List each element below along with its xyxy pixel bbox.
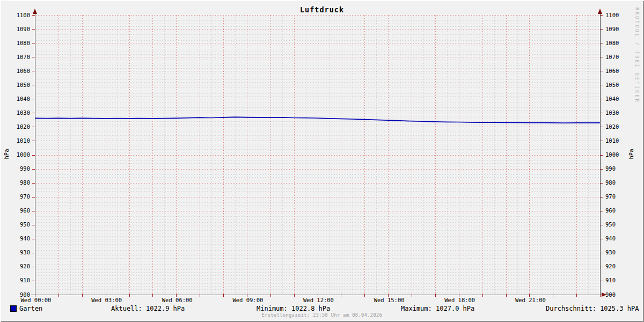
y-tick-label-left: 980 bbox=[20, 179, 30, 186]
x-tick-label: Wed 12:00 bbox=[303, 297, 334, 303]
y-tick-label-right: 960 bbox=[605, 207, 616, 214]
y-tick-label-right: 950 bbox=[605, 221, 616, 228]
y-tick-label-left: 1100 bbox=[17, 12, 30, 18]
y-tick-label-left: 1090 bbox=[17, 26, 30, 32]
y-tick-label-left: 910 bbox=[20, 277, 30, 283]
x-tick-label: Wed 09:00 bbox=[232, 297, 263, 303]
y-tick-label-left: 940 bbox=[20, 235, 30, 241]
y-axis-unit-left: hPa bbox=[3, 147, 10, 162]
y-tick-label-left: 1010 bbox=[17, 137, 30, 144]
y-tick-label-right: 910 bbox=[605, 277, 616, 283]
y-tick-label-left: 1000 bbox=[17, 151, 30, 158]
y-tick-label-left: 930 bbox=[20, 249, 30, 255]
legend-swatch-icon bbox=[10, 305, 17, 312]
y-tick-label-right: 920 bbox=[605, 263, 616, 269]
y-tick-label-left: 990 bbox=[20, 165, 30, 172]
y-tick-label-right: 1000 bbox=[605, 151, 619, 158]
y-tick-label-left: 970 bbox=[20, 193, 30, 200]
series-line bbox=[35, 117, 600, 123]
y-tick-label-left: 1080 bbox=[17, 40, 30, 46]
y-tick-label-right: 990 bbox=[605, 165, 616, 172]
rrdtool-graph: Luftdruck 900900910910920920930930940940… bbox=[0, 0, 644, 322]
y-tick-label-left: 1060 bbox=[17, 68, 30, 74]
y-tick-label-right: 1070 bbox=[605, 54, 619, 60]
y-tick-label-right: 970 bbox=[605, 193, 616, 200]
y-tick-label-left: 1020 bbox=[17, 123, 30, 130]
y-tick-label-right: 900 bbox=[605, 291, 616, 298]
y-tick-label-right: 1030 bbox=[605, 109, 619, 116]
y-tick-label-left: 950 bbox=[20, 221, 30, 228]
rrdtool-watermark: RRDTOOL / TOBI OETIKER bbox=[634, 8, 640, 104]
y-tick-label-left: 1070 bbox=[17, 54, 30, 60]
y-tick-label-right: 1050 bbox=[605, 82, 619, 88]
y-tick-label-right: 1040 bbox=[605, 96, 619, 102]
x-tick-label: Wed 03:00 bbox=[91, 297, 122, 303]
y-tick-label-right: 1060 bbox=[605, 68, 619, 74]
pressure-chart: 9009009109109209209309309409409509509609… bbox=[0, 0, 644, 322]
x-tick-label: Wed 06:00 bbox=[162, 297, 193, 303]
y-axis-unit-right: hPa bbox=[628, 147, 634, 162]
y-tick-label-right: 930 bbox=[605, 249, 616, 255]
stat-current: Aktuell: 1022.9 hPa bbox=[111, 305, 185, 312]
y-tick-label-right: 1080 bbox=[605, 40, 619, 46]
y-tick-label-right: 1010 bbox=[605, 137, 619, 144]
x-tick-label: Wed 18:00 bbox=[444, 297, 475, 303]
legend-label: Garten bbox=[19, 305, 42, 312]
y-tick-label-right: 940 bbox=[605, 235, 616, 241]
y-tick-label-left: 960 bbox=[20, 207, 30, 214]
y-tick-label-right: 980 bbox=[605, 179, 616, 186]
stat-maximum: Maximum: 1027.0 hPa bbox=[401, 305, 474, 312]
x-tick-label: Wed 15:00 bbox=[374, 297, 405, 303]
y-tick-label-left: 920 bbox=[20, 263, 30, 269]
creation-timestamp: Erstellungszeit: 23:58 Uhr am 08.04.2026 bbox=[0, 312, 644, 318]
y-tick-label-left: 1040 bbox=[17, 96, 30, 102]
y-tick-label-right: 1100 bbox=[605, 12, 619, 18]
stat-minimum: Minimum: 1022.8 hPa bbox=[257, 305, 330, 312]
y-tick-label-right: 1090 bbox=[605, 26, 619, 32]
stat-average: Durchschnitt: 1025.3 hPA bbox=[546, 305, 639, 312]
y-tick-label-left: 1050 bbox=[17, 82, 30, 88]
x-tick-label: Wed 00:00 bbox=[21, 297, 52, 303]
y-tick-label-right: 1020 bbox=[605, 123, 619, 130]
y-tick-label-left: 1030 bbox=[17, 109, 30, 116]
x-tick-label: Wed 21:00 bbox=[515, 297, 546, 303]
